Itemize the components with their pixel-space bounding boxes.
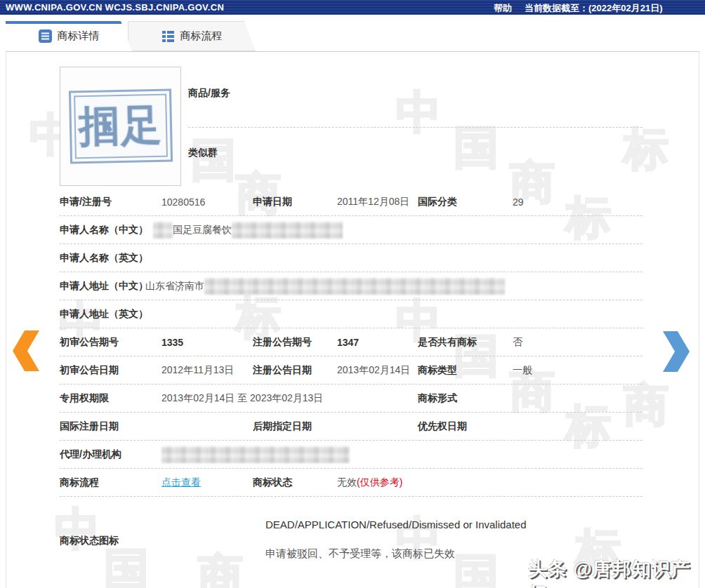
first-pub-no-label: 初审公告期号 xyxy=(60,336,119,349)
status-label: 商标状态 xyxy=(253,476,292,489)
status-icon-line1: DEAD/APPLICATION/Refused/Dismissed or In… xyxy=(265,519,527,530)
trademark-stamp-text: 掴足 xyxy=(78,97,164,156)
row-regno-appdate-class: 申请/注册号 10280516 申请日期 2011年12月08日 国际分类 29 xyxy=(60,188,643,216)
top-bar: WWW.CNIPA.GOV.CN WCJS.SBJ.CNIPA.GOV.CN 帮… xyxy=(0,0,705,15)
row-applicant-addr-en: 申请人地址（英文） xyxy=(60,300,643,328)
first-pub-date-value: 2012年11月13日 xyxy=(162,364,234,377)
row-pub-numbers: 初审公告期号 1335 注册公告期号 1347 是否共有商标 否 xyxy=(60,328,643,356)
addr-en-label: 申请人地址（英文） xyxy=(60,308,148,321)
reg-pub-no-value: 1347 xyxy=(337,337,359,348)
is-shared-value: 否 xyxy=(513,336,522,349)
term-label: 专用权期限 xyxy=(60,392,109,405)
later-desig-date-label: 后期指定日期 xyxy=(253,420,312,433)
intl-class-label: 国际分类 xyxy=(418,196,457,208)
status-note: (仅供参考) xyxy=(357,476,402,488)
priority-date-label: 优先权日期 xyxy=(418,420,467,433)
reg-pub-no-label: 注册公告期号 xyxy=(253,336,312,349)
censored-block xyxy=(232,222,343,239)
process-view-link[interactable]: 点击查看 xyxy=(162,476,201,489)
row-pub-dates: 初审公告日期 2012年11月13日 注册公告日期 2013年02月14日 商标… xyxy=(60,356,643,385)
reg-no-value: 10280516 xyxy=(162,196,205,208)
row-intl-dates: 国际注册日期 后期指定日期 优先权日期 xyxy=(60,413,643,441)
tm-type-label: 商标类型 xyxy=(418,364,457,377)
tab-active-accent xyxy=(6,21,132,24)
data-asof-text: 当前数据截至：(2022年02月21日) xyxy=(525,2,663,15)
tab-bar: 商标详情 商标流程 xyxy=(0,15,705,51)
site-url-text: WWW.CNIPA.GOV.CN WCJS.SBJ.CNIPA.GOV.CN xyxy=(6,2,224,13)
applicant-cn-label: 申请人名称（中文） xyxy=(60,224,148,236)
is-shared-label: 是否共有商标 xyxy=(418,336,477,349)
toutiao-watermark-text: 头条 @唐邦知识产权 xyxy=(528,556,705,588)
tab-trademark-process[interactable]: 商标流程 xyxy=(128,21,256,51)
addr-cn-value: 山东省济南市 xyxy=(145,278,505,295)
app-date-value: 2011年12月08日 xyxy=(337,196,409,208)
status-value: 无效(仅供参考) xyxy=(337,476,402,489)
tab-process-label: 商标流程 xyxy=(180,29,223,43)
agency-label: 代理/办理机构 xyxy=(60,448,121,461)
row-applicant-name-cn: 申请人名称（中文） 国足豆腐餐饮 xyxy=(60,216,643,244)
process-list-icon xyxy=(162,29,175,43)
reg-no-label: 申请/注册号 xyxy=(60,196,112,208)
goods-services-label: 商品/服务 xyxy=(188,87,230,100)
divider xyxy=(188,127,643,128)
censored-block xyxy=(162,446,350,463)
row-term-form: 专用权期限 2013年02月14日 至 2023年02月13日 商标形式 xyxy=(60,385,643,413)
row-applicant-name-en: 申请人名称（英文） xyxy=(60,244,643,272)
row-applicant-addr-cn: 申请人地址（中文） 山东省济南市 xyxy=(60,272,643,300)
addr-cn-label: 申请人地址（中文） xyxy=(60,280,148,293)
tm-form-label: 商标形式 xyxy=(418,392,457,405)
censored-block xyxy=(153,222,173,239)
reg-pub-date-label: 注册公告日期 xyxy=(253,364,312,377)
tm-type-value: 一般 xyxy=(513,364,532,377)
first-pub-date-label: 初审公告日期 xyxy=(60,364,119,377)
detail-list-icon xyxy=(39,29,52,43)
process-label: 商标流程 xyxy=(60,476,99,489)
intl-class-value: 29 xyxy=(513,196,524,208)
tab-detail-label: 商标详情 xyxy=(58,29,100,43)
row-process-status: 商标流程 点击查看 商标状态 无效(仅供参考) xyxy=(60,469,643,497)
reg-pub-date-value: 2013年02月14日 xyxy=(337,364,410,377)
censored-block xyxy=(204,278,505,295)
agency-value xyxy=(162,446,350,463)
app-date-label: 申请日期 xyxy=(253,196,292,208)
row-agency: 代理/办理机构 xyxy=(60,441,643,469)
help-link[interactable]: 帮助 xyxy=(494,2,512,15)
similar-group-label: 类似群 xyxy=(188,147,218,159)
intl-reg-date-label: 国际注册日期 xyxy=(60,420,119,433)
tab-trademark-detail[interactable]: 商标详情 xyxy=(6,21,132,51)
first-pub-no-value: 1335 xyxy=(162,337,183,348)
trademark-image[interactable]: 掴足 xyxy=(60,67,181,186)
term-value: 2013年02月14日 至 2023年02月13日 xyxy=(162,392,323,405)
applicant-cn-value: 国足豆腐餐饮 xyxy=(153,222,343,239)
status-icon-line2: 申请被驳回、不予受理等，该商标已失效 xyxy=(265,547,455,561)
trademark-stamp: 掴足 xyxy=(68,88,172,163)
status-icon-label: 商标状态图标 xyxy=(60,535,119,547)
applicant-en-label: 申请人名称（英文） xyxy=(60,252,148,265)
